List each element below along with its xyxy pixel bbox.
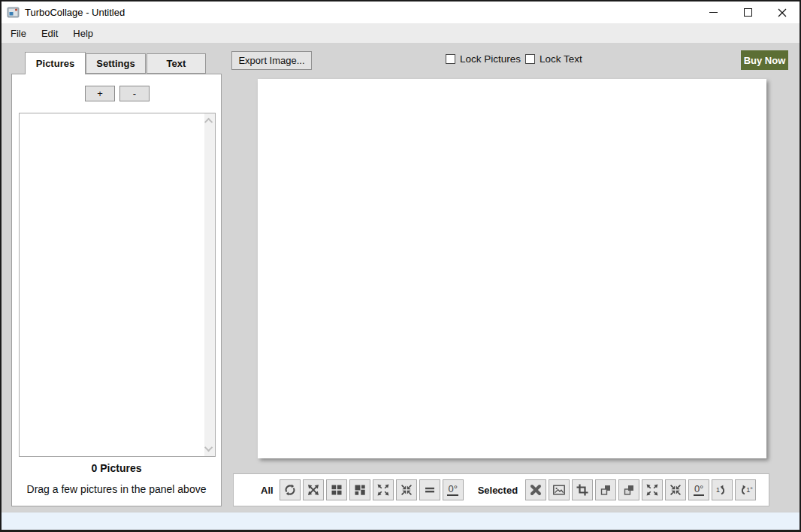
send-backward-icon <box>599 483 612 497</box>
all-group-label: All <box>261 485 274 496</box>
shrink-selected-button[interactable] <box>665 479 686 500</box>
delete-icon <box>529 483 543 497</box>
menu-file[interactable]: File <box>3 25 34 42</box>
spread-pictures-icon <box>376 483 390 497</box>
picture-list[interactable] <box>19 113 216 457</box>
spread-pictures-button[interactable] <box>373 479 394 500</box>
grid-mosaic-icon <box>353 483 367 497</box>
regenerate-button[interactable] <box>280 479 301 500</box>
window-title: TurboCollage - Untitled <box>25 7 125 18</box>
remove-picture-button[interactable]: - <box>119 86 150 101</box>
shrink-icon <box>669 483 682 497</box>
lock-pictures-label: Lock Pictures <box>460 53 521 65</box>
scroll-up-button[interactable] <box>204 115 215 127</box>
chevron-down-icon <box>204 443 213 452</box>
bring-forward-button[interactable] <box>618 479 639 500</box>
close-icon <box>778 8 787 17</box>
rotate-left-one-button[interactable]: 1 <box>712 479 733 500</box>
rotate-one-label: 1° <box>746 486 753 494</box>
collage-canvas[interactable] <box>258 79 766 458</box>
rotate-right-one-button[interactable]: 1° <box>735 479 756 500</box>
grid-equal-icon <box>330 483 343 497</box>
rotate-selected-zero-button[interactable]: 0° <box>688 479 709 500</box>
rotate-right-1-icon <box>738 484 746 497</box>
export-image-button[interactable]: Export Image... <box>231 51 312 70</box>
bring-forward-icon <box>622 483 636 497</box>
grid-equal-layout-button[interactable] <box>326 479 347 500</box>
maximize-button[interactable] <box>730 2 765 23</box>
pictures-panel: + - 0 Pictures Drag a few pictures in th… <box>11 74 222 506</box>
enlarge-selected-button[interactable] <box>642 479 663 500</box>
tab-settings[interactable]: Settings <box>86 53 146 74</box>
lock-pictures-control: Lock Pictures <box>446 53 521 65</box>
crop-button[interactable] <box>572 479 593 500</box>
add-picture-button[interactable]: + <box>85 86 115 101</box>
lock-text-checkbox[interactable] <box>525 54 535 64</box>
minimize-icon <box>709 12 718 13</box>
picture-list-scrollbar[interactable] <box>204 113 215 456</box>
equal-size-icon <box>423 483 437 497</box>
window-controls <box>696 2 799 23</box>
enlarge-icon <box>645 483 659 497</box>
bottom-toolbar: All <box>233 473 769 506</box>
rotate-zero-label: 0° <box>694 484 704 496</box>
menu-help[interactable]: Help <box>65 25 101 42</box>
chevron-up-icon <box>204 118 213 126</box>
buy-now-button[interactable]: Buy Now <box>741 50 788 70</box>
title-bar: TurboCollage - Untitled <box>2 2 799 23</box>
maximize-icon <box>744 8 752 17</box>
drag-hint-label: Drag a few pictures in the panel above <box>12 483 221 495</box>
scroll-down-button[interactable] <box>204 443 215 455</box>
lock-text-control: Lock Text <box>525 53 582 65</box>
rotate-all-zero-button[interactable]: 0° <box>443 479 464 500</box>
menu-edit[interactable]: Edit <box>34 25 65 42</box>
gather-pictures-icon <box>400 483 413 497</box>
lock-text-label: Lock Text <box>540 53 582 65</box>
app-window: TurboCollage - Untitled File Edit Help P… <box>0 0 801 532</box>
regenerate-icon <box>283 483 297 497</box>
rotate-left-1-icon <box>720 484 728 497</box>
send-backward-button[interactable] <box>595 479 616 500</box>
shuffle-pictures-button[interactable] <box>303 479 324 500</box>
tab-text[interactable]: Text <box>147 53 206 74</box>
equal-size-button[interactable] <box>419 479 440 500</box>
delete-selected-button[interactable] <box>525 479 546 500</box>
status-bar <box>2 512 799 530</box>
minimize-button[interactable] <box>696 2 730 23</box>
gather-pictures-button[interactable] <box>396 479 417 500</box>
tab-pictures[interactable]: Pictures <box>25 52 86 74</box>
lock-pictures-checkbox[interactable] <box>446 54 455 64</box>
replace-picture-icon <box>552 483 566 497</box>
grid-mosaic-layout-button[interactable] <box>349 479 370 500</box>
crop-icon <box>576 483 589 497</box>
replace-picture-button[interactable] <box>549 479 570 500</box>
close-button[interactable] <box>765 2 799 23</box>
menu-bar: File Edit Help <box>2 23 799 43</box>
shuffle-pictures-icon <box>307 483 320 497</box>
picture-count-label: 0 Pictures <box>12 462 221 474</box>
app-logo-icon <box>7 6 20 19</box>
selected-group-label: Selected <box>478 485 518 496</box>
rotate-zero-label: 0° <box>447 484 458 496</box>
